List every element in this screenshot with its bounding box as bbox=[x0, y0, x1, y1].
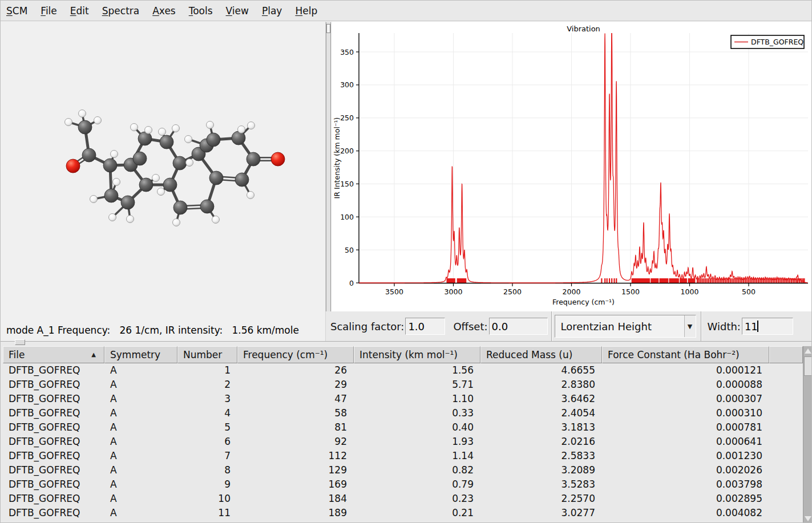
table-row[interactable]: DFTB_GOFREQA2295.712.83800.000088 bbox=[3, 378, 803, 392]
menu-item-axes[interactable]: Axes bbox=[152, 5, 176, 17]
cell: 81 bbox=[237, 420, 354, 435]
carbon-atom[interactable] bbox=[139, 178, 153, 192]
carbon-atom[interactable] bbox=[163, 178, 177, 192]
column-header-frequency[interactable]: Frequency (cm⁻¹) bbox=[237, 346, 354, 363]
table-row[interactable]: DFTB_GOFREQA81290.823.20890.002026 bbox=[3, 463, 803, 477]
carbon-atom[interactable] bbox=[82, 148, 96, 162]
hydrogen-atom[interactable] bbox=[159, 128, 166, 136]
column-header-file[interactable]: File▲ bbox=[3, 346, 104, 363]
lineshape-combobox[interactable]: Lorentzian Height ▼ bbox=[555, 315, 696, 338]
hydrogen-atom[interactable] bbox=[94, 117, 102, 124]
splitter-handle[interactable] bbox=[15, 339, 25, 345]
combobox-dropdown-arrow-icon[interactable]: ▼ bbox=[684, 315, 696, 337]
cell: 169 bbox=[237, 477, 354, 492]
carbon-atom[interactable] bbox=[173, 156, 187, 170]
menu-item-help[interactable]: Help bbox=[295, 5, 317, 17]
hydrogen-atom[interactable] bbox=[173, 219, 180, 226]
width-input[interactable] bbox=[742, 318, 793, 335]
hydrogen-atom[interactable] bbox=[185, 136, 192, 143]
hydrogen-atom[interactable] bbox=[111, 151, 118, 158]
spectrum-plot[interactable]: 0501001502002503003503500300025002000150… bbox=[332, 22, 812, 311]
carbon-atom[interactable] bbox=[232, 131, 245, 145]
oxygen-atom[interactable] bbox=[271, 152, 285, 166]
table-row[interactable]: DFTB_GOFREQA91690.793.52830.003798 bbox=[3, 477, 803, 492]
scaling-factor-input[interactable] bbox=[405, 318, 445, 335]
cell: DFTB_GOFREQ bbox=[3, 477, 104, 492]
column-header-intensity[interactable]: Intensity (km mol⁻¹) bbox=[354, 346, 480, 363]
hydrogen-atom[interactable] bbox=[172, 125, 180, 132]
hydrogen-atom[interactable] bbox=[131, 124, 138, 131]
cell: 0.004082 bbox=[602, 506, 769, 520]
table-row[interactable]: DFTB_GOFREQA1261.564.66550.000121 bbox=[3, 363, 803, 378]
scrollbar-down-button[interactable] bbox=[803, 514, 812, 523]
hydrogen-atom[interactable] bbox=[186, 159, 193, 167]
carbon-atom[interactable] bbox=[104, 189, 118, 202]
table-row[interactable]: DFTB_GOFREQA111890.213.02770.004082 bbox=[3, 506, 803, 520]
hydrogen-atom[interactable] bbox=[90, 196, 98, 203]
hydrogen-atom[interactable] bbox=[247, 192, 254, 199]
table-row[interactable]: DFTB_GOFREQA5810.403.18130.000781 bbox=[3, 420, 803, 435]
molecule-3d-view[interactable] bbox=[1, 22, 326, 318]
mode-marker-block bbox=[660, 278, 669, 283]
column-header-force[interactable]: Force Constant (Ha Bohr⁻²) bbox=[602, 346, 769, 363]
hydrogen-atom[interactable] bbox=[79, 110, 86, 117]
hydrogen-atom[interactable] bbox=[238, 126, 245, 133]
carbon-atom[interactable] bbox=[78, 120, 92, 134]
hydrogen-atom[interactable] bbox=[127, 216, 134, 223]
table-splitter[interactable] bbox=[1, 341, 812, 346]
mode-marker-tick bbox=[609, 278, 610, 283]
table-scrollbar[interactable] bbox=[803, 346, 812, 523]
molecule-panel[interactable]: mode A_1 Frequency: 26 1/cm, IR intensit… bbox=[1, 22, 326, 341]
cell: 4 bbox=[177, 406, 237, 420]
carbon-atom[interactable] bbox=[160, 135, 173, 149]
menu-item-tools[interactable]: Tools bbox=[189, 5, 213, 17]
menu-item-edit[interactable]: Edit bbox=[70, 5, 89, 17]
carbon-atom[interactable] bbox=[209, 171, 223, 185]
offset-input[interactable] bbox=[489, 318, 548, 335]
oxygen-atom[interactable] bbox=[66, 159, 80, 173]
carbon-atom[interactable] bbox=[133, 152, 147, 165]
carbon-atom[interactable] bbox=[121, 196, 135, 209]
table-row[interactable]: DFTB_GOFREQA101840.232.25700.002895 bbox=[3, 492, 803, 506]
menu-item-scm[interactable]: SCM bbox=[6, 5, 27, 17]
menu-item-play[interactable]: Play bbox=[262, 5, 282, 17]
menu-item-file[interactable]: File bbox=[41, 5, 56, 17]
column-header-reduced[interactable]: Reduced Mass (u) bbox=[480, 346, 602, 363]
carbon-atom[interactable] bbox=[247, 152, 260, 166]
cell: 58 bbox=[237, 406, 354, 420]
plot-left-slider-thumb[interactable] bbox=[326, 24, 330, 33]
spectrum-controls: Scaling factor: Offset: Lorentzian Heigh… bbox=[326, 311, 812, 341]
table-row[interactable]: DFTB_GOFREQA4580.332.40540.000310 bbox=[3, 406, 803, 420]
carbon-atom[interactable] bbox=[200, 200, 214, 213]
table-row[interactable]: DFTB_GOFREQA71121.142.58330.001230 bbox=[3, 449, 803, 463]
mode-status-text: mode A_1 Frequency: 26 1/cm, IR intensit… bbox=[6, 325, 299, 336]
carbon-atom[interactable] bbox=[138, 132, 152, 145]
hydrogen-atom[interactable] bbox=[145, 127, 152, 134]
hydrogen-atom[interactable] bbox=[212, 216, 220, 224]
hydrogen-atom[interactable] bbox=[248, 122, 255, 129]
x-tick-label: 2500 bbox=[503, 287, 522, 296]
hydrogen-atom[interactable] bbox=[157, 188, 165, 196]
menu-item-spectra[interactable]: Spectra bbox=[102, 5, 139, 17]
scrollbar-up-button[interactable] bbox=[803, 346, 812, 356]
hydrogen-atom[interactable] bbox=[113, 179, 120, 186]
mode-marker-block bbox=[669, 278, 678, 283]
cell: 3.0277 bbox=[480, 506, 602, 520]
column-header-symmetry[interactable]: Symmetry bbox=[104, 346, 177, 363]
hydrogen-atom[interactable] bbox=[65, 119, 72, 126]
cell: 29 bbox=[237, 378, 354, 392]
scrollbar-thumb[interactable] bbox=[804, 356, 812, 376]
carbon-atom[interactable] bbox=[207, 133, 220, 147]
carbon-atom[interactable] bbox=[235, 173, 249, 187]
column-header-number[interactable]: Number bbox=[177, 346, 237, 363]
table-row[interactable]: DFTB_GOFREQA3471.103.64620.000307 bbox=[3, 392, 803, 406]
cell: A bbox=[104, 477, 177, 492]
plot-left-slider[interactable] bbox=[326, 22, 331, 311]
hydrogen-atom[interactable] bbox=[109, 214, 116, 221]
carbon-atom[interactable] bbox=[103, 159, 117, 172]
hydrogen-atom[interactable] bbox=[207, 121, 214, 129]
table-row[interactable]: DFTB_GOFREQA6921.932.02160.000641 bbox=[3, 435, 803, 449]
menu-item-view[interactable]: View bbox=[226, 5, 249, 17]
hydrogen-atom[interactable] bbox=[152, 175, 160, 182]
carbon-atom[interactable] bbox=[173, 201, 187, 214]
